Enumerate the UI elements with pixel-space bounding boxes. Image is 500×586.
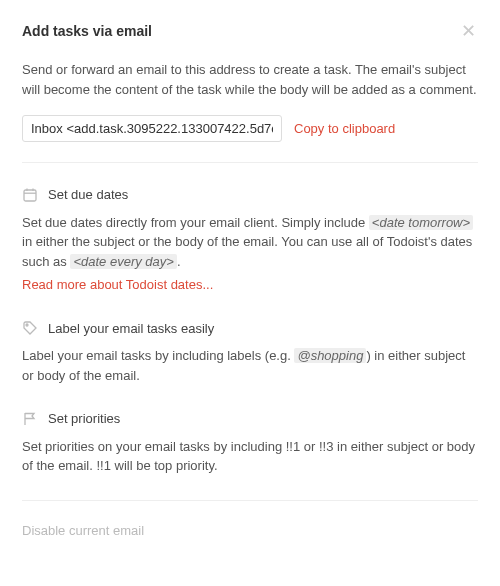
section-body-labels: Label your email tasks by including labe…	[22, 346, 478, 385]
disable-current-email-link[interactable]: Disable current email	[22, 521, 478, 541]
close-icon[interactable]: ✕	[459, 20, 478, 42]
section-priorities: Set priorities Set priorities on your em…	[22, 409, 478, 476]
section-title-due-dates: Set due dates	[48, 185, 128, 205]
date-tomorrow-tag: <date tomorrow>	[369, 215, 473, 230]
tag-icon	[22, 320, 38, 336]
section-due-dates: Set due dates Set due dates directly fro…	[22, 185, 478, 295]
flag-icon	[22, 411, 38, 427]
section-title-labels: Label your email tasks easily	[48, 319, 214, 339]
footer-divider	[22, 500, 478, 501]
calendar-icon	[22, 187, 38, 203]
intro-text: Send or forward an email to this address…	[22, 60, 478, 99]
date-every-day-tag: <date every day>	[70, 254, 176, 269]
svg-rect-0	[24, 190, 36, 201]
section-body-priorities: Set priorities on your email tasks by in…	[22, 437, 478, 476]
copy-to-clipboard-link[interactable]: Copy to clipboard	[294, 119, 395, 139]
email-address-input[interactable]	[22, 115, 282, 142]
due-dates-text-post: .	[177, 254, 181, 269]
section-labels: Label your email tasks easily Label your…	[22, 319, 478, 386]
section-title-priorities: Set priorities	[48, 409, 120, 429]
due-dates-text-pre: Set due dates directly from your email c…	[22, 215, 369, 230]
read-more-dates-link[interactable]: Read more about Todoist dates...	[22, 275, 213, 295]
divider	[22, 162, 478, 163]
shopping-label-tag: @shopping	[294, 348, 366, 363]
labels-text-pre: Label your email tasks by including labe…	[22, 348, 294, 363]
dialog-title: Add tasks via email	[22, 21, 152, 42]
section-body-due-dates: Set due dates directly from your email c…	[22, 213, 478, 295]
svg-point-4	[26, 324, 28, 326]
